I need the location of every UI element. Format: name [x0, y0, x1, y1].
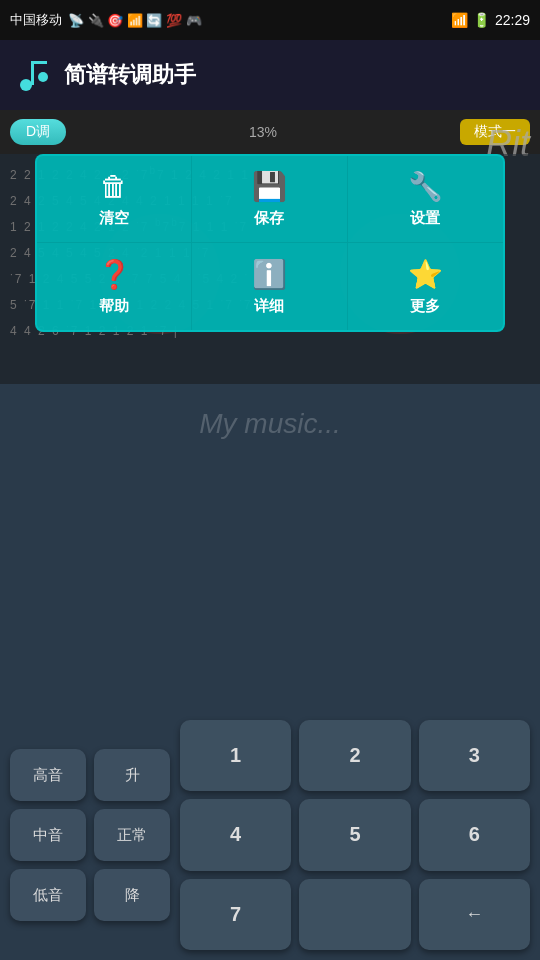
save-icon: 💾 — [252, 170, 287, 203]
ctrl-btn-flat[interactable]: 降 — [94, 869, 170, 921]
menu-item-help[interactable]: ❓帮助 — [37, 243, 192, 330]
svg-rect-1 — [31, 61, 34, 85]
music-icon — [16, 57, 52, 93]
details-label: 详细 — [254, 297, 284, 316]
num-btn-5[interactable]: 5 — [299, 799, 410, 870]
ctrl-btn-mid[interactable]: 中音 — [10, 809, 86, 861]
time-label: 22:29 — [495, 12, 530, 28]
status-left: 中国移动 📡 🔌 🎯 📶 🔄 💯 🎮 — [10, 11, 202, 29]
toolbar: D调 13% 模式一 — [0, 110, 540, 154]
menu-item-save[interactable]: 💾保存 — [192, 156, 347, 243]
menu-item-details[interactable]: ℹ️详细 — [192, 243, 347, 330]
num-keypad: 1234567← — [180, 720, 530, 950]
clear-label: 清空 — [99, 209, 129, 228]
status-right: 📶 🔋 22:29 — [451, 12, 530, 28]
carrier-label: 中国移动 — [10, 11, 62, 29]
wifi-icon: 📶 — [451, 12, 468, 28]
svg-point-3 — [38, 72, 48, 82]
save-label: 保存 — [254, 209, 284, 228]
settings-icon: 🔧 — [408, 170, 443, 203]
svg-point-0 — [20, 79, 32, 91]
settings-label: 设置 — [410, 209, 440, 228]
num-btn-7[interactable]: 7 — [180, 879, 291, 950]
help-icon: ❓ — [97, 258, 132, 291]
ctrl-btn-low[interactable]: 低音 — [10, 869, 86, 921]
details-icon: ℹ️ — [252, 258, 287, 291]
num-btn-2[interactable]: 2 — [299, 720, 410, 791]
num-btn-1[interactable]: 1 — [180, 720, 291, 791]
ctrl-row: 高音升 — [10, 749, 170, 801]
menu-grid: 🗑清空💾保存🔧设置❓帮助ℹ️详细⭐更多 — [35, 154, 505, 332]
ctrl-row: 低音降 — [10, 869, 170, 921]
ctrl-btn-normal[interactable]: 正常 — [94, 809, 170, 861]
left-controls: 高音升中音正常低音降 — [10, 720, 170, 950]
music-text-label: My music... — [199, 408, 341, 440]
menu-item-clear[interactable]: 🗑清空 — [37, 156, 192, 243]
svg-rect-2 — [31, 61, 47, 64]
more-label: 更多 — [410, 297, 440, 316]
app-title: 简谱转调助手 — [64, 60, 196, 90]
menu-item-settings[interactable]: 🔧设置 — [348, 156, 503, 243]
num-btn-6[interactable]: 6 — [419, 799, 530, 870]
key-select-button[interactable]: D调 — [10, 119, 66, 145]
more-icon: ⭐ — [408, 258, 443, 291]
music-text-area: My music... — [0, 384, 540, 464]
keypad-section: 高音升中音正常低音降 1234567← — [0, 710, 540, 960]
app-bar: 简谱转调助手 — [0, 40, 540, 110]
percent-label: 13% — [249, 124, 277, 140]
status-bar: 中国移动 📡 🔌 🎯 📶 🔄 💯 🎮 📶 🔋 22:29 — [0, 0, 540, 40]
ctrl-btn-sharp[interactable]: 升 — [94, 749, 170, 801]
battery-icon: 🔋 — [473, 12, 490, 28]
empty-btn — [299, 879, 410, 950]
backspace-button[interactable]: ← — [419, 879, 530, 950]
ctrl-btn-high[interactable]: 高音 — [10, 749, 86, 801]
ctrl-row: 中音正常 — [10, 809, 170, 861]
help-label: 帮助 — [99, 297, 129, 316]
clear-icon: 🗑 — [100, 170, 128, 203]
num-btn-4[interactable]: 4 — [180, 799, 291, 870]
menu-item-more[interactable]: ⭐更多 — [348, 243, 503, 330]
status-icons: 📡 🔌 🎯 📶 🔄 💯 🎮 — [68, 13, 202, 28]
num-btn-3[interactable]: 3 — [419, 720, 530, 791]
